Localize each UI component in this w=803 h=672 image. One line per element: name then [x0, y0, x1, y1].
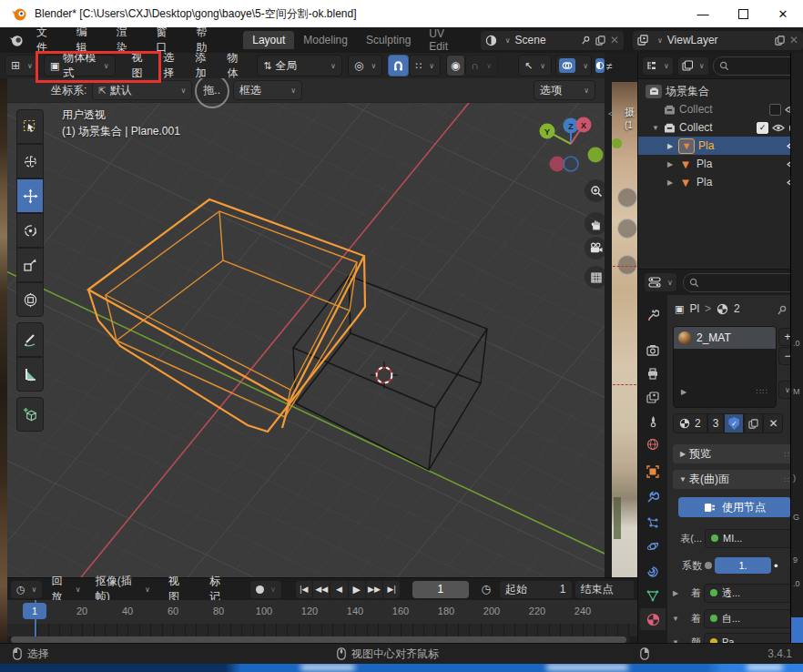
gizmo-y-neg-axis[interactable]	[588, 148, 604, 163]
outliner-row-collection-1[interactable]: Collect	[638, 100, 803, 118]
outliner-row-plane-3[interactable]: ▶ ▼ Pla	[638, 173, 803, 191]
tab-tool[interactable]	[640, 304, 666, 326]
fake-user-toggle[interactable]: ✓	[724, 413, 744, 433]
maximize-button[interactable]	[723, 0, 763, 27]
breadcrumb-material[interactable]: 2	[734, 302, 740, 315]
scene-selector[interactable]: ∨ Scene ✕	[481, 31, 624, 50]
tool-transform[interactable]	[16, 282, 44, 317]
zoom-button[interactable]	[584, 179, 605, 202]
menu-select[interactable]: 选择	[155, 50, 187, 81]
use-nodes-button[interactable]: 使用节点	[678, 497, 791, 517]
proportional-edit-toggle[interactable]: ◉	[446, 55, 464, 76]
timeline-editor-type-button[interactable]: ◷∨	[11, 581, 42, 598]
tab-data[interactable]	[640, 585, 666, 606]
ortho-toggle-button[interactable]	[584, 266, 605, 289]
tab-physics[interactable]	[640, 535, 666, 557]
factor-slider[interactable]: 1.	[715, 557, 771, 574]
viewport-3d[interactable]: Z X Y 坐标系: ⇱ 默认 ∨ 拖.. 框选 ∨ 选项 ∨	[7, 78, 605, 577]
shader-button[interactable]: 自...	[704, 609, 795, 628]
keyframe-dot[interactable]: •	[774, 559, 778, 573]
next-keyframe-button[interactable]: ▶▶	[366, 581, 383, 598]
outliner-search-input[interactable]	[713, 56, 800, 76]
outliner-row-plane-selected[interactable]: ▶ ▼ Pla	[638, 137, 803, 155]
grip-icon[interactable]: ∷∷	[757, 387, 768, 396]
pin-icon[interactable]	[581, 36, 591, 46]
options-dropdown[interactable]: 选项 ∨	[534, 80, 595, 100]
jump-to-end-button[interactable]: ▶|	[383, 581, 400, 598]
surface-shader-button[interactable]: MI...	[705, 529, 795, 548]
tool-move[interactable]	[16, 178, 44, 213]
gizmo-z-neg-axis[interactable]	[564, 157, 578, 171]
tab-world[interactable]	[640, 433, 666, 455]
pan-button[interactable]	[584, 212, 605, 235]
tab-modifiers[interactable]	[640, 486, 666, 508]
tool-annotate[interactable]	[16, 322, 44, 357]
expand-arrow-icon[interactable]: ▶	[666, 160, 675, 168]
workspace-tab-uvedit[interactable]: UV Edit	[420, 25, 474, 56]
tab-material[interactable]	[640, 608, 666, 630]
outliner-row-collection-2[interactable]: ▼ Collect ✓	[638, 118, 803, 137]
region-expand-icon[interactable]: <>	[608, 109, 616, 118]
preview-section-header[interactable]: ▶ 预览 ∷∷	[673, 444, 802, 463]
wireframe-box-selected[interactable]	[88, 199, 365, 432]
secondary-viewport-strip[interactable]: ≠ <> 摄 (1	[605, 53, 637, 577]
outliner-row-plane-2[interactable]: ▶ ▼ Pla	[638, 155, 803, 173]
menu-file[interactable]: 文件	[27, 25, 67, 56]
collection-exclude-checkbox[interactable]	[769, 104, 781, 116]
gizmo-x-neg-axis[interactable]	[550, 157, 565, 172]
surface-section-header[interactable]: ▼ 表(曲)面 ∷∷	[673, 470, 802, 489]
wireframe-box-unselected[interactable]	[293, 276, 487, 470]
coord-system-dropdown[interactable]: ⇱ 默认 ∨	[92, 80, 192, 100]
menu-add[interactable]: 添加	[186, 50, 218, 81]
frame-end-field[interactable]: 结束点	[575, 581, 634, 598]
box-select-dropdown[interactable]: 框选 ∨	[233, 80, 302, 100]
tab-render[interactable]	[640, 339, 666, 361]
tool-select-box[interactable]	[16, 109, 44, 144]
xray-toggle[interactable]	[595, 58, 605, 73]
eye-icon[interactable]	[772, 124, 785, 132]
tab-output[interactable]	[640, 362, 666, 384]
timeline-ruler[interactable]: 20 40 60 80 100 120 140 160 180 200 220 …	[7, 600, 637, 624]
slot-filter-arrow-icon[interactable]: ▶	[681, 388, 686, 396]
jump-to-start-button[interactable]: |◀	[296, 581, 313, 598]
tool-scale[interactable]	[16, 248, 44, 282]
tab-constraints[interactable]	[640, 561, 666, 583]
show-overlays-icon[interactable]	[559, 58, 575, 73]
keying-menu[interactable]: 抠像(插帧)∨	[90, 581, 156, 598]
tab-viewlayer[interactable]	[640, 386, 666, 408]
new-viewlayer-icon[interactable]	[775, 36, 785, 46]
current-frame-field[interactable]: 1	[412, 581, 468, 598]
material-slot-row-selected[interactable]: 2_MAT	[674, 327, 776, 349]
browse-material-button[interactable]: 2	[673, 413, 707, 433]
play-reverse-button[interactable]: ◀	[330, 581, 348, 598]
timeline-tick-strip[interactable]	[7, 624, 637, 636]
menu-object[interactable]: 物体	[218, 50, 249, 81]
expand-arrow-icon[interactable]: ▶	[666, 178, 675, 187]
unlink-scene-icon[interactable]: ✕	[610, 34, 619, 46]
scrollbar-handle[interactable]	[11, 636, 626, 643]
close-button[interactable]: ✕	[763, 0, 803, 27]
tool-add-cube[interactable]	[16, 397, 44, 432]
pivot-dropdown[interactable]: ◎∨	[348, 55, 382, 76]
auto-keying-toggle[interactable]: ∨	[250, 581, 281, 598]
current-frame-marker[interactable]: 1	[23, 603, 46, 619]
blender-menu-logo-icon[interactable]	[9, 33, 24, 47]
minimize-button[interactable]: —	[683, 0, 723, 27]
breadcrumb-object[interactable]: Pl	[689, 302, 699, 315]
unlink-material-button[interactable]: ✕	[763, 413, 783, 433]
tool-rotate[interactable]	[16, 213, 44, 248]
viewlayer-selector[interactable]: ∨ ViewLayer ✕	[633, 31, 803, 50]
outliner-filter-button[interactable]: ∨	[642, 56, 674, 76]
timeline-scrollbar[interactable]	[11, 636, 630, 643]
shader-button[interactable]: 透...	[704, 584, 795, 603]
snap-settings-dropdown[interactable]: ∷∨	[409, 55, 441, 76]
prev-keyframe-button[interactable]: ◀◀	[313, 581, 330, 598]
menu-view[interactable]: 视图	[123, 50, 155, 81]
mode-dropdown[interactable]: ▣ 物体模式 ∨	[44, 55, 116, 76]
tab-object[interactable]	[640, 461, 666, 483]
properties-editor-button[interactable]: ∨	[644, 272, 677, 292]
users-count-button[interactable]: 3	[707, 413, 725, 433]
workspace-tab-modeling[interactable]: Modeling	[294, 31, 357, 49]
falloff-dropdown[interactable]: ∩∨	[465, 55, 498, 76]
tab-particles[interactable]	[640, 512, 666, 534]
